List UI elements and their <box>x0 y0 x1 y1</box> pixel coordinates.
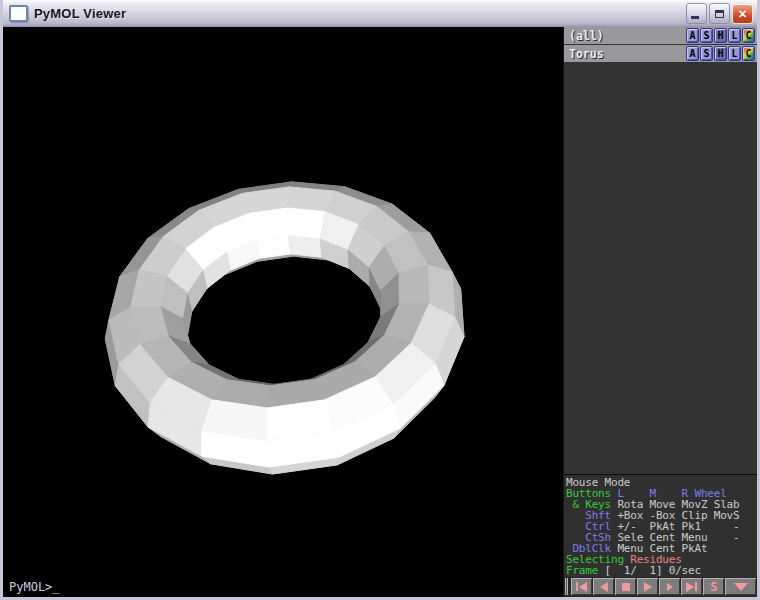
mouse-panel-line-9: Frame [ 1/ 1] 0/sec <box>566 565 757 576</box>
titlebar[interactable]: PyMOL Viewer × <box>3 0 757 27</box>
object-name[interactable]: Torus <box>564 47 686 61</box>
skip-end-icon <box>686 582 694 592</box>
letter-icon: S <box>710 581 717 593</box>
color-menu-button[interactable]: C <box>742 28 755 43</box>
hide-menu-button[interactable]: H <box>714 28 727 43</box>
step-back-button[interactable] <box>593 578 614 595</box>
object-row-all[interactable]: (all)ASHLC <box>564 27 757 44</box>
app-icon <box>9 5 28 22</box>
label-menu-button[interactable]: L <box>728 46 741 61</box>
triangle-left-icon <box>600 582 608 592</box>
skip-start-icon <box>576 582 578 591</box>
menu-down-button[interactable] <box>725 578 756 595</box>
show-menu-button[interactable]: S <box>700 28 713 43</box>
panel-grip[interactable] <box>564 578 569 595</box>
hide-menu-button[interactable]: H <box>714 46 727 61</box>
skip-end-icon <box>695 582 697 591</box>
minimize-button[interactable] <box>686 3 707 24</box>
viewport-3d[interactable]: PyMOL>_ <box>3 27 563 597</box>
show-menu-button[interactable]: S <box>700 46 713 61</box>
vcr-controls: S <box>564 577 757 597</box>
mouse-mode-panel[interactable]: Mouse ModeButtons L M R Wheel & Keys Rot… <box>564 474 757 577</box>
triangle-right-small-icon <box>667 583 673 591</box>
maximize-icon <box>715 10 724 18</box>
color-menu-button[interactable]: C <box>742 46 755 61</box>
stop-button[interactable] <box>615 578 636 595</box>
object-action-buttons: ASHLC <box>686 28 757 43</box>
object-row-torus[interactable]: TorusASHLC <box>564 45 757 62</box>
stop-square-icon <box>622 583 630 591</box>
command-prompt[interactable]: PyMOL>_ <box>9 580 60 594</box>
torus-render <box>3 27 563 597</box>
window-title: PyMOL Viewer <box>34 6 684 21</box>
close-button[interactable]: × <box>732 3 753 24</box>
play-button[interactable] <box>637 578 658 595</box>
go-to-start-button[interactable] <box>571 578 592 595</box>
action-menu-button[interactable]: A <box>686 46 699 61</box>
client-area: PyMOL>_ (all)ASHLCTorusASHLC Mouse ModeB… <box>3 27 757 597</box>
skip-start-icon <box>579 582 587 592</box>
side-panel: (all)ASHLCTorusASHLC Mouse ModeButtons L… <box>563 27 757 597</box>
go-to-end-button[interactable] <box>681 578 702 595</box>
object-list: (all)ASHLCTorusASHLC <box>564 27 757 63</box>
mouse-panel-text: [ 1/ 1] 0/sec <box>598 564 701 577</box>
scene-button[interactable]: S <box>703 578 724 595</box>
step-forward-button[interactable] <box>659 578 680 595</box>
minimize-icon <box>691 16 699 19</box>
mouse-panel-text: Frame <box>566 564 598 577</box>
pymol-window: PyMOL Viewer × PyMOL>_ (all)ASHLCTorusAS… <box>0 0 760 600</box>
object-action-buttons: ASHLC <box>686 46 757 61</box>
triangle-right-icon <box>644 582 652 592</box>
label-menu-button[interactable]: L <box>728 28 741 43</box>
object-name[interactable]: (all) <box>564 29 686 43</box>
triangle-down-icon <box>734 583 748 591</box>
close-icon: × <box>738 7 746 21</box>
maximize-button[interactable] <box>709 3 730 24</box>
action-menu-button[interactable]: A <box>686 28 699 43</box>
panel-spacer <box>564 63 757 474</box>
